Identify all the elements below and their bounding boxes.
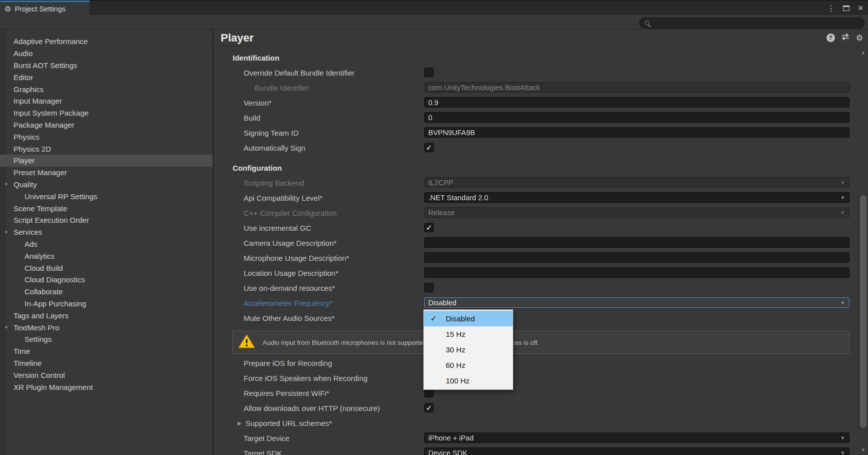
settings-content: IdentificationOverride Default Bundle Id… bbox=[214, 46, 868, 455]
warning-icon bbox=[238, 334, 255, 351]
sidebar-item-script-execution-order[interactable]: Script Execution Order bbox=[0, 214, 213, 226]
text-field-location-usage-description[interactable] bbox=[424, 267, 849, 278]
checkbox-use-incremental-gc[interactable]: ✓ bbox=[424, 223, 434, 232]
sidebar-item-label: Script Execution Order bbox=[14, 216, 89, 224]
setting-row-location-usage-description: Location Usage Description* bbox=[214, 265, 868, 280]
sidebar-item-xr-plugin-management[interactable]: XR Plugin Management bbox=[0, 381, 213, 393]
text-field-version[interactable]: 0.9 bbox=[424, 97, 849, 108]
foldout-open-icon[interactable]: ▼ bbox=[4, 325, 9, 330]
sidebar-item-quality[interactable]: ▼Quality bbox=[0, 179, 213, 191]
window-maximize-icon[interactable] bbox=[842, 6, 849, 11]
project-settings-window: ⚙ Project Settings ⋮× Adaptive Performan… bbox=[0, 0, 868, 455]
main-scrollbar[interactable]: ▲ ▼ bbox=[858, 46, 868, 455]
sidebar-item-physics[interactable]: Physics bbox=[0, 131, 213, 143]
setting-label: Requires Persistent WiFi* bbox=[244, 389, 329, 397]
text-field-signing-team-id[interactable]: BVPN9UFA9B bbox=[424, 127, 849, 138]
sidebar-item-cloud-diagnostics[interactable]: Cloud Diagnostics bbox=[0, 274, 213, 286]
dropdown-value: IL2CPP bbox=[428, 179, 840, 187]
tab-project-settings[interactable]: ⚙ Project Settings bbox=[0, 1, 90, 16]
sidebar-item-version-control[interactable]: Version Control bbox=[0, 369, 213, 381]
text-field-build[interactable]: 0 bbox=[424, 112, 849, 123]
sidebar-item-tags-and-layers[interactable]: Tags and Layers bbox=[0, 309, 213, 321]
setting-label: Mute Other Audio Sources* bbox=[244, 314, 335, 322]
setting-row-prepare-ios-for-recording: Prepare iOS for Recording bbox=[214, 355, 868, 370]
settings-gear-icon[interactable]: ⚙ bbox=[856, 34, 863, 42]
search-box[interactable] bbox=[639, 18, 864, 29]
sidebar-item-physics-2d[interactable]: Physics 2D bbox=[0, 143, 213, 155]
sidebar-item-label: Burst AOT Settings bbox=[14, 61, 77, 70]
sidebar-item-analytics[interactable]: Analytics bbox=[0, 250, 213, 262]
sidebar-item-burst-aot-settings[interactable]: Burst AOT Settings bbox=[0, 60, 213, 72]
setting-row-build: Build0 bbox=[214, 110, 868, 125]
setting-row-bundle-identifier: Bundle Identifiercom.UnityTechnologies.B… bbox=[214, 80, 868, 95]
checkbox-use-on-demand-resources[interactable] bbox=[424, 283, 434, 292]
checkbox-allow-downloads-over-http-nonsecure[interactable]: ✓ bbox=[424, 403, 434, 412]
checkbox-automatically-sign[interactable]: ✓ bbox=[424, 143, 434, 152]
dropdown-target-device[interactable]: iPhone + iPad▼ bbox=[424, 432, 849, 443]
foldout-closed-icon[interactable]: ▶ bbox=[238, 420, 242, 426]
window-close-icon[interactable]: × bbox=[857, 3, 864, 14]
sidebar-item-graphics[interactable]: Graphics bbox=[0, 83, 213, 95]
dropdown-target-sdk[interactable]: Device SDK▼ bbox=[424, 447, 849, 455]
setting-label: Bundle Identifier bbox=[255, 84, 309, 92]
dropdown-value: Release bbox=[428, 209, 840, 217]
dropdown-api-compatibility-level[interactable]: .NET Standard 2.0▼ bbox=[424, 192, 849, 203]
popup-option-60-hz[interactable]: 60 Hz bbox=[424, 357, 513, 373]
sidebar-item-label: Version Control bbox=[14, 371, 65, 379]
sidebar-item-ads[interactable]: Ads bbox=[0, 238, 213, 250]
popup-option-label: Disabled bbox=[446, 314, 475, 323]
scroll-up-icon[interactable]: ▲ bbox=[858, 50, 868, 55]
sidebar-item-label: Physics 2D bbox=[14, 145, 51, 153]
sidebar-item-audio[interactable]: Audio bbox=[0, 48, 213, 60]
sidebar-item-scene-template[interactable]: Scene Template bbox=[0, 202, 213, 214]
sidebar-item-label: Preset Manager bbox=[14, 168, 67, 177]
window-menu-icon[interactable]: ⋮ bbox=[827, 4, 835, 13]
text-field-camera-usage-description[interactable] bbox=[424, 237, 849, 248]
sidebar-item-in-app-purchasing[interactable]: In-App Purchasing bbox=[0, 298, 213, 310]
foldout-open-icon[interactable]: ▼ bbox=[4, 182, 9, 187]
popup-option-disabled[interactable]: ✓Disabled bbox=[424, 311, 513, 326]
sidebar-item-universal-rp-settings[interactable]: Universal RP Settings bbox=[0, 190, 213, 202]
sidebar-item-time[interactable]: Time bbox=[0, 345, 213, 357]
text-field-bundle-identifier: com.UnityTechnologies.BoatAttack bbox=[424, 82, 849, 93]
sidebar-item-player[interactable]: Player bbox=[0, 155, 213, 167]
setting-row-api-compatibility-level: Api Compatibility Level*.NET Standard 2.… bbox=[214, 190, 868, 205]
setting-label: Prepare iOS for Recording bbox=[244, 359, 332, 367]
sidebar-item-collaborate[interactable]: Collaborate bbox=[0, 286, 213, 298]
setting-row-target-device: Target DeviceiPhone + iPad▼ bbox=[214, 430, 868, 445]
sidebar-item-timeline[interactable]: Timeline bbox=[0, 357, 213, 369]
sidebar-item-preset-manager[interactable]: Preset Manager bbox=[0, 167, 213, 179]
sidebar-item-cloud-build[interactable]: Cloud Build bbox=[0, 262, 213, 274]
gear-icon: ⚙ bbox=[5, 5, 11, 13]
sidebar-item-label: Physics bbox=[14, 133, 40, 141]
sidebar-item-input-system-package[interactable]: Input System Package bbox=[0, 107, 213, 119]
setting-label: Target SDK bbox=[244, 449, 282, 455]
sidebar-item-settings[interactable]: Settings bbox=[0, 333, 213, 345]
foldout-open-icon[interactable]: ▼ bbox=[4, 230, 9, 235]
help-icon[interactable]: ? bbox=[826, 34, 835, 42]
sidebar-item-package-manager[interactable]: Package Manager bbox=[0, 119, 213, 131]
setting-row-requires-persistent-wifi: Requires Persistent WiFi* bbox=[214, 385, 868, 400]
sidebar-item-input-manager[interactable]: Input Manager bbox=[0, 95, 213, 107]
search-input[interactable] bbox=[654, 19, 864, 28]
text-field-microphone-usage-description[interactable] bbox=[424, 252, 849, 263]
scroll-down-icon[interactable]: ▼ bbox=[858, 447, 868, 452]
popup-option-100-hz[interactable]: 100 Hz bbox=[424, 373, 513, 388]
sidebar-item-label: XR Plugin Management bbox=[14, 383, 93, 391]
sidebar-item-textmesh-pro[interactable]: ▼TextMesh Pro bbox=[0, 321, 213, 333]
sidebar-item-editor[interactable]: Editor bbox=[0, 71, 213, 83]
setting-row-camera-usage-description: Camera Usage Description* bbox=[214, 235, 868, 250]
popup-option-15-hz[interactable]: 15 Hz bbox=[424, 326, 513, 342]
dropdown-accelerometer-frequency[interactable]: Disabled▼ bbox=[424, 297, 849, 308]
popup-option-30-hz[interactable]: 30 Hz bbox=[424, 342, 513, 357]
presets-icon[interactable] bbox=[841, 33, 849, 43]
setting-label: Location Usage Description* bbox=[244, 269, 338, 277]
sidebar-item-label: Package Manager bbox=[14, 121, 75, 129]
sidebar-item-adaptive-performance[interactable]: Adaptive Performance bbox=[0, 36, 213, 48]
sidebar-item-label: Scene Template bbox=[14, 204, 67, 213]
sidebar-item-services[interactable]: ▼Services bbox=[0, 226, 213, 238]
setting-label: Automatically Sign bbox=[244, 144, 305, 152]
tab-title: Project Settings bbox=[15, 5, 66, 13]
scrollbar-thumb[interactable] bbox=[860, 195, 866, 428]
checkbox-override-default-bundle-identifier[interactable] bbox=[424, 68, 434, 77]
